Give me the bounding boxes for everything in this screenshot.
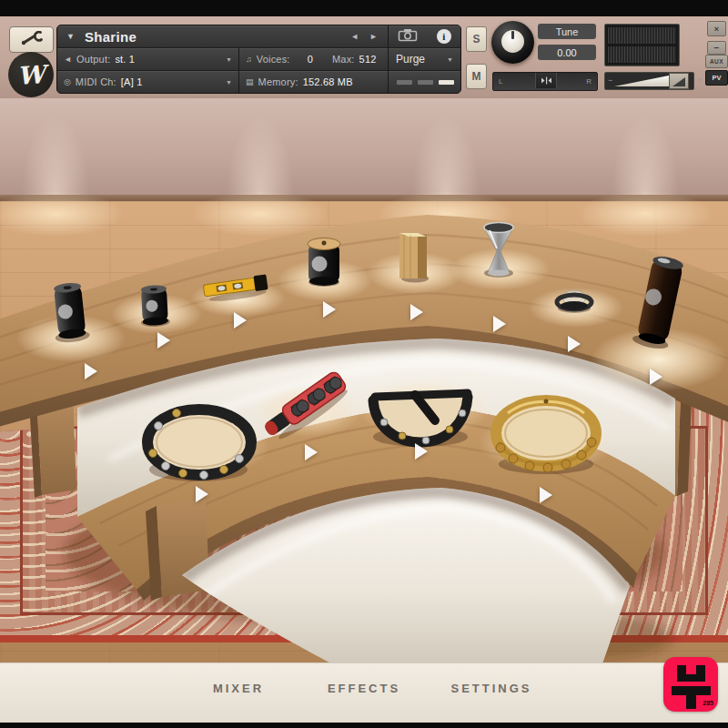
level-meters (604, 24, 680, 66)
volume-handle[interactable] (669, 73, 689, 89)
volume-minus[interactable]: − (608, 76, 612, 85)
edit-wrench-button[interactable] (9, 26, 54, 53)
instrument-tambourine-gold[interactable] (490, 391, 602, 480)
meter-left (607, 26, 677, 45)
status-leds (389, 71, 460, 93)
instrument-name: Sharine (85, 29, 136, 45)
collapse-caret-icon[interactable]: ▼ (66, 32, 75, 41)
instrument-tambourine-crescent-black[interactable] (362, 369, 479, 453)
minimize-button[interactable]: − (707, 41, 726, 55)
watermark-number: 285 (703, 700, 713, 706)
play-arrow[interactable] (157, 332, 170, 349)
instrument-shaker-black-small[interactable] (132, 281, 178, 332)
instrument-jingle-stick-red[interactable] (257, 360, 355, 451)
volume-wedge (614, 76, 669, 86)
play-arrow[interactable] (540, 487, 552, 503)
mute-button[interactable]: M (466, 64, 487, 89)
midi-memory-row: ◎ MIDI Ch: [A] 1 ▼ ▤ Memory: 152.68 MB (57, 71, 388, 93)
tab-settings[interactable]: SETTINGS (450, 682, 531, 695)
instrument-header-panel: ▼ Sharine ◄ ► ◄ Output: st. 1 ▼ (56, 25, 461, 94)
midi-value: [A] 1 (121, 76, 143, 87)
voices-value: 0 (308, 54, 313, 65)
led-1 (397, 80, 412, 85)
logo-letter: W (16, 61, 46, 87)
wavesfactory-logo: W (8, 52, 54, 97)
meter-right (607, 46, 677, 64)
instrument-jingle-ring-small[interactable] (551, 286, 597, 318)
play-arrow[interactable] (415, 443, 428, 460)
play-arrow[interactable] (568, 336, 581, 352)
memory-chip-icon: ▤ (246, 78, 254, 86)
midi-caret-icon: ▼ (226, 79, 232, 86)
voices-label: Voices: (257, 54, 290, 65)
floor-light-pool (577, 191, 713, 237)
instrument-title-row: ▼ Sharine ◄ ► (57, 25, 388, 48)
pv-button[interactable]: PV (705, 70, 728, 86)
speaker-icon: ◄ (64, 56, 72, 64)
instrument-shaker-metal-hourglass[interactable] (477, 218, 522, 282)
aux-button[interactable]: AUX (705, 55, 728, 68)
play-arrow[interactable] (305, 444, 318, 460)
tune-value[interactable]: 0.00 (538, 45, 596, 60)
tune-label: Tune (538, 24, 596, 39)
play-arrow[interactable] (493, 316, 506, 332)
led-2 (418, 80, 433, 85)
volume-slider[interactable]: − + (604, 72, 694, 90)
output-label: Output: (76, 54, 110, 65)
info-icon[interactable]: i (437, 29, 451, 44)
instrument-shaker-black-large[interactable] (40, 276, 100, 350)
next-instrument-icon[interactable]: ► (369, 32, 378, 41)
pan-handle[interactable] (535, 73, 557, 88)
wall-light-streak (12, 100, 99, 195)
midi-label: MIDI Ch: (76, 76, 116, 87)
output-caret-icon: ▼ (226, 56, 232, 63)
volume-plus[interactable]: + (698, 76, 703, 85)
memory-label: Memory: (258, 76, 298, 87)
purge-caret-icon: ▼ (447, 56, 453, 63)
output-selector[interactable]: ◄ Output: st. 1 ▼ (57, 48, 239, 70)
wall-light-streak (602, 100, 689, 195)
instrument-tambourine-black[interactable] (142, 397, 260, 490)
wall-light-streak (217, 100, 304, 195)
max-value: 512 (359, 54, 377, 65)
memory-readout: ▤ Memory: 152.68 MB (239, 71, 388, 93)
channel-watermark-logo: 285 (663, 657, 718, 712)
tune-knob-tick (511, 31, 514, 39)
play-arrow[interactable] (323, 301, 336, 318)
instrument-shaker-black-woodtop[interactable] (300, 231, 348, 291)
tab-mixer[interactable]: MIXER (213, 682, 264, 695)
output-value: st. 1 (115, 54, 135, 65)
play-arrow[interactable] (234, 312, 247, 329)
voices-readout: ♫ Voices: 0 Max: 512 (239, 48, 388, 70)
pan-left-label: L (493, 77, 502, 86)
snapshot-info-row: i (389, 25, 460, 48)
prev-instrument-icon[interactable]: ◄ (350, 32, 359, 41)
wall-light-streak (402, 100, 490, 195)
floor-light-pool (192, 191, 329, 237)
solo-button[interactable]: S (466, 26, 487, 52)
notes-icon: ♫ (246, 56, 252, 64)
bottom-nav-bar: MIXER EFFECTS SETTINGS (0, 662, 728, 723)
pan-slider[interactable]: L R (492, 72, 598, 91)
memory-value: 152.68 MB (303, 76, 353, 87)
play-arrow[interactable] (85, 363, 97, 379)
play-arrow[interactable] (410, 304, 423, 320)
tune-knob[interactable] (491, 21, 534, 64)
bottom-letterbox-bar (0, 722, 728, 728)
wrench-icon (20, 31, 44, 49)
top-letterbox-bar (0, 0, 728, 16)
tab-effects[interactable]: EFFECTS (328, 682, 400, 695)
output-voices-row: ◄ Output: st. 1 ▼ ♫ Voices: 0 Max: 512 (57, 48, 388, 71)
midi-plug-icon: ◎ (64, 78, 71, 86)
kontakt-header: W ▼ Sharine ◄ ► ◄ Ou (0, 16, 728, 98)
play-arrow[interactable] (650, 369, 662, 385)
purge-label: Purge (396, 53, 425, 66)
midi-channel-selector[interactable]: ◎ MIDI Ch: [A] 1 ▼ (57, 71, 239, 93)
purge-menu[interactable]: Purge ▼ (389, 48, 460, 71)
pan-right-label: R (586, 77, 597, 86)
floor-light-pool (0, 191, 124, 237)
play-arrow[interactable] (196, 486, 208, 502)
camera-icon[interactable] (398, 28, 418, 46)
close-button[interactable]: × (707, 21, 726, 36)
instrument-shaker-woodblock[interactable] (395, 222, 435, 288)
